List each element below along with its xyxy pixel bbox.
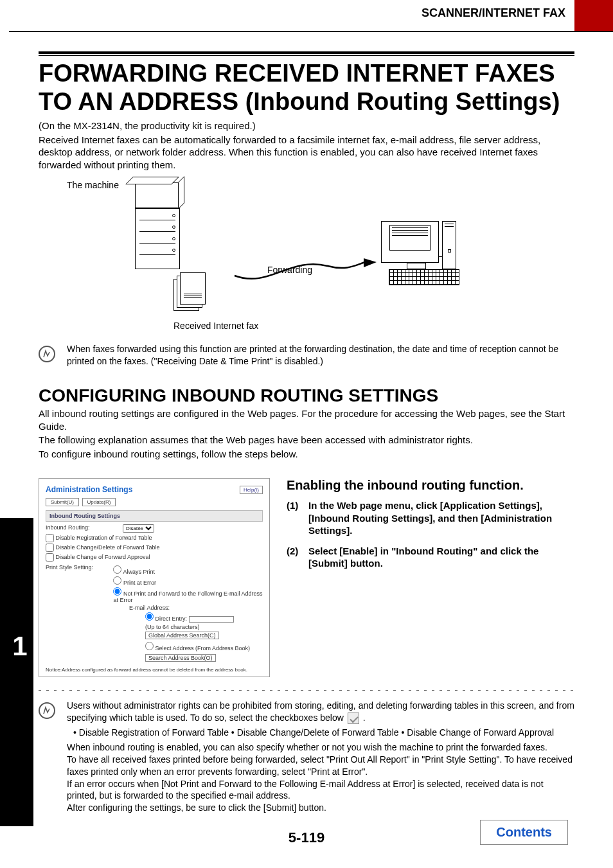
intro-note: (On the MX-2314N, the productivity kit i… [39,120,574,132]
dashed-separator [39,690,574,691]
help-button[interactable]: Help(I) [240,486,263,494]
section-bar: Inbound Routing Settings [46,510,263,522]
radio-always-print[interactable] [113,565,121,574]
cb1-label: Disable Registration of Forward Table [56,535,152,541]
instruction-item-1: (1) In the Web page menu, click [Applica… [287,499,574,537]
tips-row: Users without administrator rights can b… [39,700,574,814]
instruction-item-2: (2) Select [Enable] in "Inbound Routing"… [287,545,574,570]
instructions: Enabling the inbound routing function. (… [287,478,574,677]
step-number: 1 [12,631,27,662]
radio-direct-entry[interactable] [145,612,154,621]
monitor-icon [381,221,439,263]
pss-label: Print Style Setting: [46,564,113,605]
panel-notice: Notice:Address configured as forward add… [46,667,263,673]
step-1: 1 Administration Settings Help(I) Submit… [39,478,574,814]
direct-entry-input[interactable] [189,616,234,623]
radio-not-print-forward[interactable] [113,587,121,596]
radio-select-address[interactable] [145,642,154,650]
tips-line3: To have all received faxes printed befor… [67,754,574,778]
search-address-book-button[interactable]: Search Address Book(O) [145,654,216,662]
instructions-heading: Enabling the inbound routing function. [287,478,574,493]
global-address-search-button[interactable]: Global Address Search(C) [145,632,219,639]
update-button[interactable]: Update(R) [82,498,116,506]
info-icon [39,702,55,719]
header-section-title: SCANNER/INTERNET FAX [422,6,565,24]
page-title: FORWARDING RECEIVED INTERNET FAXES TO AN… [39,60,574,116]
info-icon [39,346,55,362]
config-title: CONFIGURING INBOUND ROUTING SETTINGS [39,385,574,406]
diagram-label-machine: The machine [67,180,119,190]
instruction-text-2: Select [Enable] in "Inbound Routing" and… [308,545,574,570]
instruction-text-1: In the Web page menu, click [Application… [308,499,574,537]
r1-label: Always Print [123,569,155,575]
kb-stand-icon [407,263,426,269]
contents-button[interactable]: Contents [480,820,568,845]
cb-disable-registration[interactable] [46,534,54,542]
diagram: The machine Forwarding [39,176,574,324]
select-address-label: Select Address (From Address Book) [155,645,251,651]
r2-label: Print at Error [123,580,156,586]
web-page-screenshot: Administration Settings Help(I) Submit(U… [39,478,270,677]
r3-label: Not Print and Forward to the Following E… [113,590,262,603]
tips-line5: After configuring the settings, be sure … [67,802,574,814]
note-text: When faxes forwarded using this function… [55,343,574,368]
radio-print-at-error[interactable] [113,576,121,585]
tips-body: Users without administrator rights can b… [55,700,574,814]
email-label: E-mail Address: [129,605,170,611]
routing-label: Inbound Routing: [46,524,123,533]
keyboard-icon [389,269,459,285]
config-body-3: To configure inbound routing settings, f… [39,448,574,461]
diagram-label-received: Received Internet fax [173,321,258,331]
cb-disable-change-approval[interactable] [46,553,54,562]
tips-line1b: . [360,713,366,723]
page-header: SCANNER/INTERNET FAX [9,0,613,32]
instruction-num-2: (2) [287,545,308,570]
fax-pages-icon [173,279,202,305]
tower-icon [442,221,456,269]
checkbox-icon [348,713,359,724]
tips-line1a: Users without administrator rights can b… [67,700,574,723]
cb-disable-change-delete[interactable] [46,544,54,552]
cb2-label: Disable Change/Delete of Forward Table [56,544,160,551]
panel-title: Administration Settings [46,485,132,494]
config-body-1: All inbound routing settings are configu… [39,407,574,432]
submit-button[interactable]: Submit(U) [46,498,79,506]
note-row: When faxes forwarded using this function… [39,343,574,368]
tips-line4: If an error occurs when [Not Print and F… [67,778,574,802]
cb3-label: Disable Change of Forward Approval [56,554,150,560]
intro-body: Received Internet faxes can be automatic… [39,134,574,172]
diagram-label-forwarding: Forwarding [267,265,312,275]
header-red-tab [574,0,613,31]
upto-label: (Up to 64 characters) [145,624,263,630]
tips-bullets: • Disable Registration of Forward Table … [73,727,574,739]
config-body-2: The following explanation assumes that t… [39,434,574,447]
direct-entry-label: Direct Entry: [155,616,188,622]
instruction-num-1: (1) [287,499,308,537]
header-left: SCANNER/INTERNET FAX [9,0,574,31]
routing-select[interactable]: Disable [123,524,154,533]
tips-line2: When inbound routing is enabled, you can… [67,741,574,754]
title-rule [39,51,574,56]
svg-marker-0 [364,258,377,267]
